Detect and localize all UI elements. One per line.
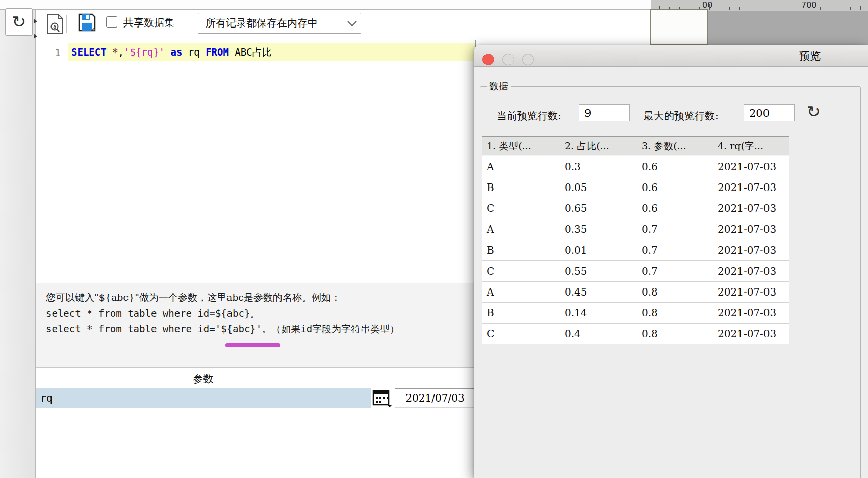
ruler-tick [850,7,851,10]
refresh-button[interactable]: ↻ [5,8,33,36]
table-row[interactable]: B0.050.62021-07-03 [482,177,789,198]
table-cell: 0.01 [560,240,637,260]
column-header[interactable]: 1. 类型(... [482,137,560,155]
help-line-2: select * from table where id=${abc}。 [46,307,260,321]
chevron-down-icon [343,20,361,26]
share-dataset-label: 共享数据集 [123,16,174,30]
table-cell: B [482,240,560,260]
line-number: 1 [39,44,61,61]
table-cell: 2021-07-03 [713,177,789,198]
table-cell: 0.8 [637,282,713,302]
sql-token: FROM [200,46,229,58]
table-cell: 0.8 [637,324,713,344]
data-groupbox-label: 数据 [487,79,511,93]
table-cell: 0.4 [560,324,637,344]
table-row[interactable]: A0.350.72021-07-03 [482,219,789,240]
ruler-tick [760,6,760,10]
sql-token: '${rq}' [124,46,165,58]
current-rows-label: 当前预览行数: [497,109,561,123]
calendar-icon [372,389,393,407]
table-cell: 0.55 [560,261,637,281]
preview-table-header-row: 1. 类型(...2. 占比(...3. 参数(...4. rq(字... [482,137,789,156]
table-cell: 0.6 [637,198,713,219]
table-cell: 2021-07-03 [713,240,789,260]
share-dataset-checkbox[interactable] [106,16,117,28]
ruler-tick [860,6,861,10]
ruler-tick [830,7,830,10]
ruler-tick [810,4,810,10]
table-cell: 0.7 [637,261,713,281]
ruler-tick [750,7,750,10]
table-row[interactable]: A0.30.62021-07-03 [482,156,789,177]
ruler-label: 700 [801,0,817,10]
ruler-tick [770,7,770,10]
ruler-tick [800,7,800,10]
table-row[interactable]: A0.450.82021-07-03 [482,282,789,303]
column-header[interactable]: 2. 占比(... [560,137,637,155]
line-number-gutter: 1 [39,40,68,283]
preview-refresh-icon[interactable]: ↻ [807,102,821,121]
param-date-value-field[interactable] [395,388,475,408]
preview-data-icon[interactable]: a [47,14,63,34]
ruler-tick [840,7,840,10]
sql-token: , [118,46,124,58]
ruler-tick [820,7,821,10]
table-row[interactable]: B0.010.72021-07-03 [482,240,789,261]
column-header[interactable]: 4. rq(字... [713,137,789,155]
table-cell: 0.65 [560,198,637,219]
splitter-arrow-icon[interactable] [34,19,37,24]
table-cell: C [482,261,560,281]
table-cell: A [482,282,560,302]
zoom-button[interactable] [522,54,534,65]
table-cell: A [482,156,560,177]
ruler-tick [709,4,710,10]
toolbar-separator [66,15,67,33]
dialog-titlebar[interactable]: 预览 [474,45,868,67]
storage-mode-value: 所有记录都保存在内存中 [198,16,343,30]
table-cell: 0.8 [637,303,713,323]
table-cell: 0.6 [637,177,713,198]
table-cell: 0.3 [560,156,637,177]
ruler-tick [729,7,730,10]
minimize-button[interactable] [502,54,514,65]
table-row[interactable]: C0.40.82021-07-03 [482,324,789,344]
column-header[interactable]: 3. 参数(... [637,137,713,155]
table-cell: C [482,324,560,344]
top-strip [0,0,651,10]
param-name-column-header: 参数 [36,368,371,388]
storage-mode-select[interactable]: 所有记录都保存在内存中 [198,13,361,34]
table-cell: 2021-07-03 [713,282,789,302]
date-picker-button[interactable] [372,389,393,407]
table-cell: 0.7 [637,240,713,260]
magenta-underline [225,343,280,347]
sql-token: as [165,46,182,58]
ruler-tick [739,7,740,10]
table-row[interactable]: C0.550.72021-07-03 [482,261,789,282]
left-sidebar [0,10,36,478]
param-row-name-cell[interactable]: rq [36,388,371,408]
help-line-3: select * from table where id='${abc}'。（如… [46,323,399,336]
current-rows-input[interactable] [579,104,630,121]
max-rows-input[interactable] [744,104,795,121]
table-row[interactable]: B0.140.82021-07-03 [482,303,789,324]
table-cell: 2021-07-03 [713,261,789,281]
help-line-1: 您可以键入"${abc}"做为一个参数，这里abc是参数的名称。例如： [46,291,341,304]
svg-text:a: a [53,24,56,30]
sql-editor[interactable]: 1 SELECT *,'${rq}' as rq FROM ABC占比 [39,40,476,283]
save-icon[interactable] [78,13,96,34]
sql-token: * [107,46,118,58]
canvas-cell [650,9,708,45]
splitter-arrow-icon[interactable] [34,34,37,39]
sql-token: ABC占比 [229,46,272,58]
close-button[interactable] [482,54,494,65]
refresh-icon: ↻ [12,14,26,30]
sql-code-line[interactable]: SELECT *,'${rq}' as rq FROM ABC占比 [71,43,272,61]
table-cell: C [482,198,560,219]
table-row[interactable]: C0.650.62021-07-03 [482,198,789,219]
table-cell: 0.14 [560,303,637,323]
table-cell: 2021-07-03 [713,198,789,219]
preview-table-body: A0.30.62021-07-03B0.050.62021-07-03C0.65… [482,156,789,344]
ruler-tick [780,7,780,10]
sql-token: rq [182,46,199,58]
table-cell: 0.6 [637,156,713,177]
